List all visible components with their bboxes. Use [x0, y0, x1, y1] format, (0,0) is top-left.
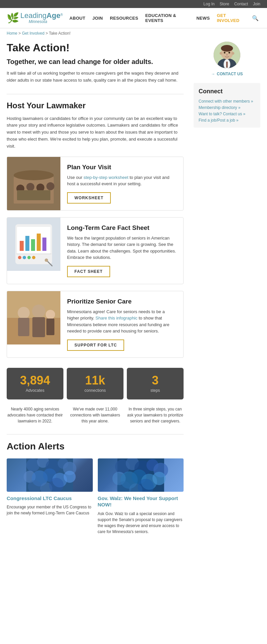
stat-connections: 11k connections — [67, 368, 123, 399]
divider-1 — [7, 94, 184, 94]
svg-rect-27 — [32, 317, 45, 337]
alert-text-1: Encourage your member of the US Congress… — [7, 504, 93, 516]
svg-rect-7 — [17, 190, 50, 200]
breadcrumb-get-involved[interactable]: Get Involved — [22, 31, 44, 36]
sidebar: → CONTACT US Connect Connect with other … — [194, 38, 260, 535]
action-alerts-section: Action Alerts — [7, 441, 184, 535]
site-header: 🌿 LeadingAge® Minnesota ABOUT JOIN RESOU… — [0, 8, 267, 28]
logo[interactable]: 🌿 LeadingAge® Minnesota — [7, 12, 67, 24]
alert-card-2: Gov. Walz: We Need Your Support NOW! Ask… — [98, 458, 184, 535]
svg-point-16 — [18, 256, 21, 259]
svg-point-28 — [46, 310, 55, 319]
card-title-2: Long-Term Care Fact Sheet — [67, 224, 177, 232]
card-title-3: Prioritize Senior Care — [67, 298, 177, 305]
alert-text-2: Ask Gov. Walz to call a special session … — [98, 511, 184, 535]
logo-age: Age — [46, 11, 60, 20]
action-alerts-title: Action Alerts — [7, 441, 184, 452]
card-image-1 — [7, 157, 60, 210]
card-body-2: Long-Term Care Fact Sheet We face the la… — [60, 218, 183, 284]
join-link[interactable]: Join — [253, 2, 260, 6]
stat-advocates-label: Advocates — [12, 388, 58, 393]
alert-card-1: Congressional LTC Caucus Encourage your … — [7, 458, 93, 535]
main-nav: ABOUT JOIN RESOURCES EDUCATION & EVENTS … — [67, 11, 260, 25]
alert-image-2 — [98, 458, 184, 492]
section-description: Hosting lawmakers or candidates for offi… — [7, 115, 184, 150]
svg-point-4 — [26, 183, 34, 191]
logo-leading: Leading — [20, 11, 46, 20]
svg-rect-15 — [42, 238, 46, 251]
breadcrumb: Home > Get Involved > Take Action! — [0, 28, 267, 38]
nav-join[interactable]: JOIN — [90, 14, 106, 22]
card-senior-care: Prioritize Senior Care Minnesotans agree… — [7, 291, 184, 358]
card-fact-sheet: Long-Term Care Fact Sheet We face the la… — [7, 217, 184, 284]
connect-link-job[interactable]: Find a job/Post a job » — [199, 118, 255, 123]
nav-about[interactable]: ABOUT — [67, 14, 88, 22]
worksheet-link[interactable]: step-by-step worksheet — [83, 175, 128, 180]
svg-point-65 — [232, 52, 234, 55]
nav-news[interactable]: NEWS — [194, 14, 212, 22]
svg-point-64 — [220, 52, 222, 55]
worksheet-button[interactable]: WORKSHEET — [67, 192, 111, 204]
breadcrumb-home[interactable]: Home — [7, 31, 17, 36]
svg-rect-12 — [25, 236, 29, 251]
svg-rect-14 — [37, 234, 41, 251]
svg-rect-29 — [46, 319, 54, 335]
support-ltc-button[interactable]: SUPPORT FOR LTC — [67, 339, 124, 351]
connect-link-directory[interactable]: Membership directory » — [199, 105, 255, 110]
stats-boxes: 3,894 Advocates 11k connections 3 steps — [7, 368, 184, 399]
logo-reg: ® — [60, 13, 63, 17]
svg-point-19 — [32, 256, 35, 259]
svg-point-40 — [64, 471, 76, 483]
svg-point-68 — [226, 54, 228, 56]
alert-image-1 — [7, 458, 93, 492]
svg-point-6 — [46, 182, 54, 190]
contact-link[interactable]: Contact — [234, 2, 248, 6]
svg-point-17 — [23, 256, 26, 259]
svg-point-67 — [229, 52, 230, 54]
nav-get-involved[interactable]: GET INVOLVED — [214, 11, 249, 25]
page-intro: It will take all of us working together … — [7, 70, 184, 84]
svg-point-43 — [49, 478, 64, 492]
fact-sheet-button[interactable]: FACT SHEET — [67, 266, 110, 277]
card-body-3: Prioritize Senior Care Minnesotans agree… — [60, 291, 183, 357]
login-link[interactable]: Log In — [204, 2, 215, 6]
connect-link-talk[interactable]: Want to talk? Contact us » — [199, 112, 255, 116]
alert-title-1[interactable]: Congressional LTC Caucus — [7, 495, 93, 502]
people-illustration — [7, 291, 60, 344]
infographic-link[interactable]: Share this infographic — [95, 316, 138, 321]
svg-point-21 — [45, 259, 48, 262]
stat-steps-number: 3 — [132, 374, 179, 386]
stats-section: 3,894 Advocates 11k connections 3 steps … — [7, 368, 184, 424]
sidebar-connect: Connect Connect with other members » Mem… — [194, 83, 260, 128]
stat-desc-1: Nearly 4000 aging services advocates hav… — [7, 406, 63, 424]
card-text-3: Minnesotans agree! Care for seniors need… — [67, 309, 177, 334]
card-title-1: Plan Your Visit — [67, 164, 177, 171]
stats-descriptions: Nearly 4000 aging services advocates hav… — [7, 406, 184, 424]
svg-point-24 — [18, 307, 30, 319]
breadcrumb-current: Take Action! — [49, 31, 71, 36]
tablet-illustration — [7, 218, 60, 271]
contact-us-link[interactable]: → CONTACT US — [194, 72, 260, 76]
alerts-grid: Congressional LTC Caucus Encourage your … — [7, 458, 184, 535]
meeting-illustration — [7, 157, 60, 210]
person-avatar-svg — [214, 42, 240, 68]
svg-point-18 — [27, 256, 31, 259]
nav-education-events[interactable]: EDUCATION & EVENTS — [143, 11, 192, 25]
svg-rect-25 — [18, 318, 29, 336]
svg-point-63 — [221, 45, 233, 52]
main-content: Take Action! Together, we can lead chang… — [0, 38, 267, 545]
search-button[interactable]: 🔍 — [250, 13, 260, 23]
store-link[interactable]: Store — [220, 2, 229, 6]
nav-resources[interactable]: RESOURCES — [107, 14, 141, 22]
stat-connections-label: connections — [72, 388, 118, 393]
stat-advocates: 3,894 Advocates — [7, 368, 63, 399]
top-bar: Log In Store Contact Join — [0, 0, 267, 8]
connect-link-members[interactable]: Connect with other members » — [199, 99, 255, 104]
card-text-2: We face the largest population of senior… — [67, 235, 177, 261]
page-subtitle: Together, we can lead change for older a… — [7, 57, 184, 66]
connect-links: Connect with other members » Membership … — [199, 99, 255, 123]
svg-rect-61 — [226, 62, 228, 68]
alert-title-2[interactable]: Gov. Walz: We Need Your Support NOW! — [98, 495, 184, 508]
divider-2 — [7, 434, 184, 434]
stat-connections-number: 11k — [72, 374, 118, 386]
